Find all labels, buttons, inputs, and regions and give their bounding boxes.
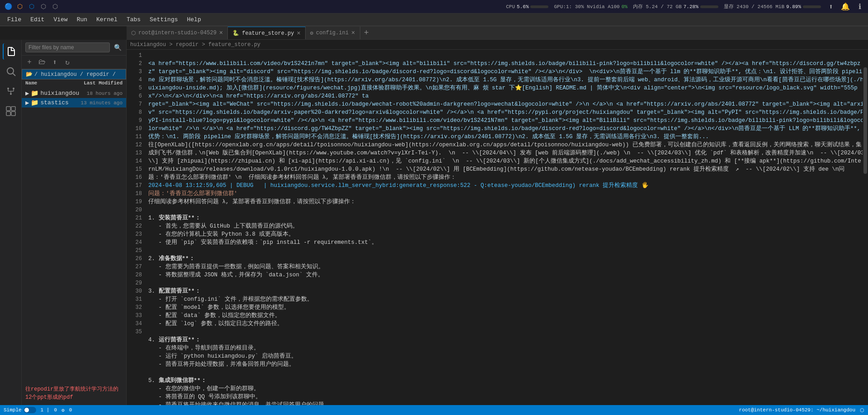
sidebar: 🔍 + 🗁 ⬆ ↻ 📂 / huixiangdou / repodir / Na… [22, 40, 127, 405]
tab-py-icon: 🐍 [232, 30, 239, 37]
file-name-1: stastics [40, 99, 68, 106]
cpu-value: 5.6% [517, 4, 528, 9]
tab-terminal-close[interactable]: × [219, 30, 223, 36]
menu-view[interactable]: View [50, 15, 71, 24]
path-label: / huixiangdou / repodir / [34, 71, 116, 78]
folder-closed-icon-1: ▶ [25, 99, 29, 107]
current-path: 📂 / huixiangdou / repodir / [22, 69, 126, 79]
col-name-header: Name [25, 80, 68, 86]
vscode-icon: ⬡ [27, 2, 36, 11]
tab-config-icon: ⚙ [310, 30, 313, 37]
tab-feature-store-close[interactable]: × [297, 30, 300, 37]
gpu-value: 0% [622, 4, 627, 9]
top-bar: 🔵 ⬡ ⬡ ⬡ ⬡ CPU 5.6% GPU:1: 30% Nvidia A10… [0, 0, 868, 14]
scrollbar-thumb [863, 67, 867, 174]
activity-files-icon[interactable] [3, 43, 19, 60]
menu-help[interactable]: Help [184, 15, 205, 24]
svg-point-0 [7, 68, 14, 74]
disk-value: 9.89% [786, 4, 801, 9]
activity-extensions-icon[interactable] [3, 103, 19, 119]
menu-tabs[interactable]: Tabs [123, 15, 144, 24]
menu-kernel[interactable]: Kernel [93, 15, 121, 24]
file-tree: ▶ 📁 huixiangdou 18 hours ago ▶ 📁 stastic… [22, 87, 126, 382]
status-bar: Simple 1 | 0 ⚙ 0 root@intern-studio-0452… [0, 405, 868, 415]
activity-bar [0, 40, 22, 405]
activity-search-icon[interactable] [3, 63, 19, 79]
search-icon[interactable]: 🔍 [113, 42, 123, 52]
tab-terminal[interactable]: ⬡ root@intern-studio-04529 × [127, 27, 228, 39]
extra-icon2: ⬡ [51, 2, 60, 11]
status-left: Simple 1 | 0 ⚙ 0 [4, 407, 72, 413]
tab-config-ini[interactable]: ⚙ config.ini × [306, 27, 360, 39]
alert-icon[interactable]: 🔔 [841, 2, 850, 11]
tabs-bar: ⬡ root@intern-studio-04529 × 🐍 feature_s… [127, 26, 868, 40]
menu-file[interactable]: File [4, 15, 25, 24]
menu-settings[interactable]: Settings [146, 15, 181, 24]
refresh-icon[interactable]: ↻ [61, 56, 73, 68]
file-tree-header: Name Last Modified [22, 79, 126, 87]
menu-run[interactable]: Run [73, 15, 91, 24]
sidebar-toolbar: + 🗁 ⬆ ↻ [22, 56, 126, 69]
app-logo-icon: 🔵 [4, 2, 13, 11]
mem-value: 7.28% [684, 4, 698, 9]
tab-config-label: config.ini [316, 30, 349, 36]
mem-stat: 内存 5.24 / 72 GB 7.28% [633, 3, 718, 10]
info-icon[interactable]: ℹ [855, 2, 864, 11]
toggle-thumb [24, 408, 29, 412]
item-left: ▶ 📁 stastics [25, 99, 69, 107]
tab-feature-store-label: feature_store.py [242, 30, 294, 37]
disk-stat: 显存 2430 / 24566 MiB 9.89% [724, 3, 821, 10]
folder-icon-0: 📁 [31, 89, 38, 97]
file-modified-0: 18 hours ago [79, 91, 123, 96]
annotation-text: 往repodir里放了李航统计学习方法的12个ppt形成的pdf [22, 382, 126, 405]
svg-point-4 [10, 93, 12, 95]
breadcrumb-text: huixiangdou > repodir > feature_store.py [130, 42, 260, 48]
line-numbers: 12345 678910 1112131415 1617181920 21222… [127, 50, 145, 405]
folder-closed-icon: ▶ [25, 89, 29, 97]
status-toggle[interactable]: Simple [4, 407, 36, 413]
status-path: root@intern-studio-04529: ~/huixiangdou [739, 407, 855, 413]
upload-file-icon[interactable]: ⬆ [49, 56, 61, 68]
mem-label: 内存 5.24 / 72 GB [633, 3, 682, 10]
breadcrumb: huixiangdou > repodir > feature_store.py [127, 40, 868, 50]
search-input[interactable] [25, 42, 110, 52]
new-file-icon[interactable]: + [24, 56, 35, 68]
svg-line-1 [13, 74, 15, 76]
folder-icon: 📂 [26, 71, 33, 78]
cpu-bar [530, 5, 548, 8]
folder-icon-1: 📁 [31, 99, 38, 107]
scrollbar-vertical[interactable] [863, 50, 868, 405]
item-left: ▶ 📁 huixiangdou [25, 89, 79, 97]
tab-config-close[interactable]: × [351, 30, 355, 36]
tab-terminal-label: root@intern-studio-04529 [138, 30, 217, 36]
svg-point-2 [7, 88, 9, 89]
status-terminal-icon: ⬡ [860, 407, 864, 413]
status-right: root@intern-studio-04529: ~/huixiangdou … [739, 407, 864, 413]
file-modified-1: 13 minutes ago [69, 100, 123, 106]
list-item[interactable]: ▶ 📁 stastics 13 minutes ago [22, 98, 126, 107]
disk-bar [803, 5, 821, 8]
tab-feature-store[interactable]: 🐍 feature_store.py × [228, 27, 306, 39]
file-name-0: huixiangdou [40, 90, 79, 97]
svg-rect-12 [11, 112, 15, 116]
status-ln-col: 1 | [41, 407, 50, 413]
editor-area[interactable]: 12345 678910 1112131415 1617181920 21222… [127, 50, 868, 405]
list-item[interactable]: ▶ 📁 huixiangdou 18 hours ago [22, 89, 126, 98]
disk-label: 显存 2430 / 24566 MiB [724, 3, 784, 10]
cpu-label: CPU [506, 4, 515, 9]
top-bar-right: CPU 5.6% GPU:1: 30% Nvidia A100 0% 内存 5.… [506, 2, 864, 11]
gpu-stat: GPU:1: 30% Nvidia A100 0% [554, 4, 627, 9]
status-gear-icon[interactable]: ⚙ [61, 407, 65, 413]
upload-icon[interactable]: ⬆ [826, 2, 835, 11]
status-zero: 0 [69, 407, 72, 413]
menu-edit[interactable]: Edit [27, 15, 48, 24]
toggle-track[interactable] [24, 407, 36, 413]
menu-bar: File Edit View Run Kernel Tabs Settings … [0, 14, 868, 26]
new-folder-icon[interactable]: 🗁 [36, 56, 48, 68]
tab-add-button[interactable]: + [360, 27, 373, 39]
editor-content[interactable]: <a href="https://www.bilibili.com/video/… [145, 50, 868, 405]
svg-rect-10 [11, 107, 15, 111]
status-sel: 0 [54, 407, 57, 413]
sidebar-header: 🔍 [22, 40, 126, 56]
activity-git-icon[interactable] [3, 83, 19, 99]
